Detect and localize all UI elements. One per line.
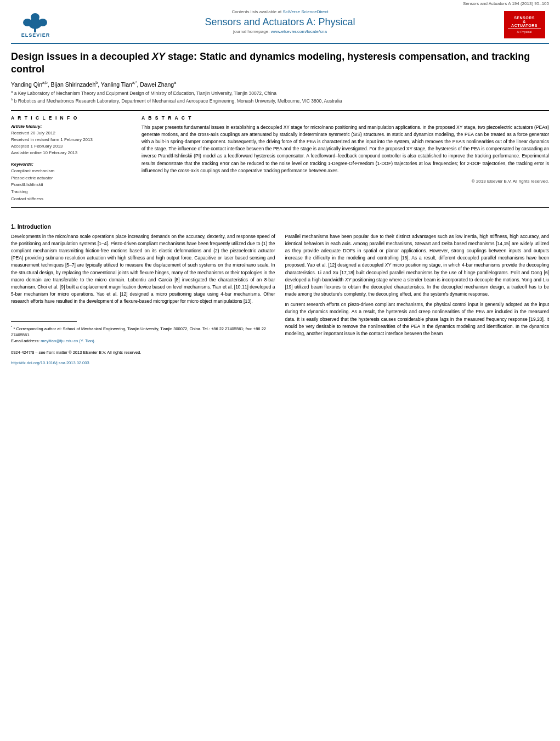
sciverse-link[interactable]: SciVerse ScienceDirect: [282, 9, 328, 14]
body-left-col: Developments in the micro/nano scale ope…: [11, 233, 275, 365]
keywords-title: Keywords:: [11, 162, 132, 167]
journal-top-bar: ELSEVIER Contents lists available at Sci…: [11, 9, 549, 39]
article-info-title: A R T I C L E I N F O: [11, 115, 132, 121]
footnote-divider: [11, 321, 77, 322]
footer-issn: 0924-4247/$ – see front matter © 2013 El…: [11, 350, 275, 355]
article-info-col: A R T I C L E I N F O Article history: R…: [11, 115, 132, 203]
footer-doi: http://dx.doi.org/10.1016/j.sna.2013.02.…: [11, 360, 275, 365]
affiliations: a a Key Laboratory of Mechanism Theory a…: [11, 89, 549, 104]
logo-and-text: &: [523, 20, 526, 24]
sciverse-line: Contents lists available at SciVerse Sci…: [66, 9, 494, 14]
logo-sub-text: A: Physical: [517, 30, 531, 33]
journal-ref-text: Sensors and Actuators A 194 (2013) 95–10…: [463, 1, 549, 6]
footnote-star-content: * Corresponding author at: School of Mec…: [11, 326, 266, 337]
svg-point-4: [31, 13, 39, 21]
revised-date: Received in revised form 1 February 2013: [11, 137, 132, 143]
keyword-1: Compliant mechanism: [11, 168, 132, 175]
footnote-email-label: E-mail address:: [11, 338, 39, 343]
article-info-abstract-section: A R T I C L E I N F O Article history: R…: [11, 115, 549, 203]
elsevier-tree-icon: [16, 12, 55, 32]
abstract-text: This paper presents fundamental issues i…: [142, 124, 549, 174]
intro-para-2: Parallel mechanisms have been popular du…: [285, 233, 550, 298]
authors-line: Yanding Qina,b, Bijan Shirinzadehb, Yanl…: [11, 81, 549, 88]
header-divider: [11, 43, 549, 44]
logo-divider: [508, 29, 541, 29]
logo-bottom-text: ACTUATORS: [511, 24, 538, 27]
footnote-email: E-mail address: meyitian@tju.edu.cn (Y. …: [11, 338, 275, 344]
journal-logo-right: SENSORS & ACTUATORS A: Physical: [500, 9, 549, 39]
body-right-col: Parallel mechanisms have been popular du…: [285, 233, 550, 365]
body-content: 1. Introduction Developments in the micr…: [0, 223, 560, 376]
elsevier-text: ELSEVIER: [21, 32, 50, 38]
sciverse-text: Contents lists available at: [231, 9, 281, 14]
section-divider-top: [11, 110, 549, 111]
svg-point-3: [38, 19, 47, 26]
abstract-col: A B S T R A C T This paper presents fund…: [142, 115, 549, 203]
footnote-area: * * Corresponding author at: School of M…: [11, 321, 275, 344]
journal-header: ELSEVIER Contents lists available at Sci…: [0, 6, 560, 44]
accepted-date: Accepted 1 February 2013: [11, 143, 132, 150]
section-divider-bottom: [11, 207, 549, 208]
journal-title: Sensors and Actuators A: Physical: [66, 16, 494, 28]
footer-issn-text: 0924-4247/$ – see front matter © 2013 El…: [11, 350, 141, 355]
footnote-email-link[interactable]: meyitian@tju.edu.cn (Y. Tian).: [41, 338, 95, 343]
intro-para-1: Developments in the micro/nano scale ope…: [11, 233, 275, 306]
beam-word: beam: [431, 331, 443, 336]
homepage-text: journal homepage:: [233, 29, 269, 34]
svg-point-2: [23, 19, 32, 26]
body-two-col: Developments in the micro/nano scale ope…: [11, 233, 549, 365]
intro-para-3: In current research efforts on piezo-dri…: [285, 301, 550, 337]
keyword-5: Contact stiffness: [11, 196, 132, 203]
keyword-3: Prandtl-Ishlinskii: [11, 182, 132, 189]
section-1-title: 1. Introduction: [11, 223, 549, 230]
affiliation-b: b Robotics and Mechatronics Research Lab…: [14, 98, 342, 104]
keywords-section: Keywords: Compliant mechanism Piezoelect…: [11, 162, 132, 203]
online-date: Available online 10 February 2013: [11, 150, 132, 156]
keyword-4: Tracking: [11, 189, 132, 196]
article-title: Design issues in a decoupled XY stage: S…: [11, 50, 549, 76]
article-history-label: Article history:: [11, 124, 132, 129]
copyright-text: © 2013 Elsevier B.V. All rights reserved…: [142, 179, 549, 184]
page: Sensors and Actuators A 194 (2013) 95–10…: [0, 0, 560, 741]
logo-top-text: SENSORS: [514, 16, 535, 20]
article-content: Design issues in a decoupled XY stage: S…: [0, 44, 560, 218]
received-date: Received 20 July 2012: [11, 130, 132, 137]
keyword-2: Piezoelectric actuator: [11, 175, 132, 182]
journal-homepage-line: journal homepage: www.elsevier.com/locat…: [66, 29, 494, 34]
affiliation-a: a Key Laboratory of Mechanism Theory and…: [14, 90, 276, 96]
journal-logo-box: SENSORS & ACTUATORS A: Physical: [504, 11, 545, 38]
doi-link[interactable]: http://dx.doi.org/10.1016/j.sna.2013.02.…: [11, 360, 89, 365]
elsevier-logo: ELSEVIER: [11, 9, 60, 39]
footnote-star-text: * * Corresponding author at: School of M…: [11, 324, 275, 338]
journal-center-header: Contents lists available at SciVerse Sci…: [60, 9, 500, 34]
abstract-title: A B S T R A C T: [142, 115, 549, 121]
journal-reference: Sensors and Actuators A 194 (2013) 95–10…: [0, 0, 560, 6]
homepage-link[interactable]: www.elsevier.com/locate/sna: [271, 29, 327, 34]
